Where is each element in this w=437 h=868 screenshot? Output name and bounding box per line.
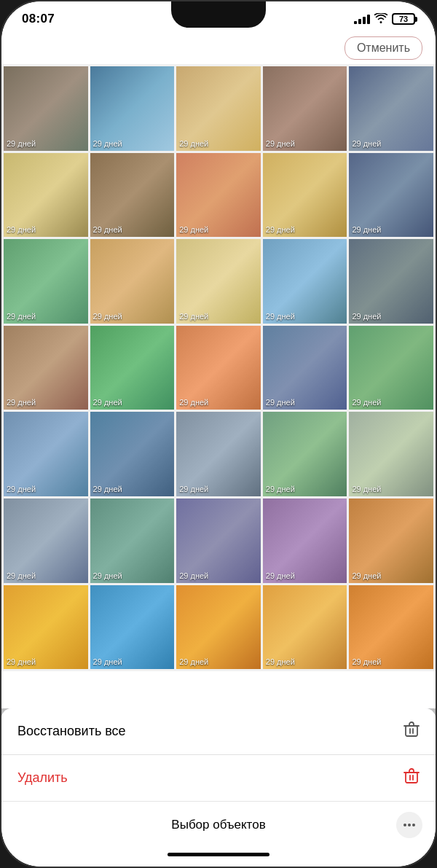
photo-item[interactable]: 29 дней (4, 326, 88, 410)
status-icons: 73 (354, 13, 415, 26)
photo-date-label: 29 дней (179, 398, 208, 407)
photo-date-label: 29 дней (179, 225, 208, 234)
photo-item[interactable]: 29 дней (4, 585, 88, 670)
header: Отменить (1, 31, 436, 64)
photo-date-label: 29 дней (93, 571, 122, 580)
photo-item[interactable]: 29 дней (4, 498, 88, 583)
photo-date-label: 29 дней (7, 485, 36, 493)
action-sheet: Восстановить все Удалить (1, 708, 436, 801)
photo-item[interactable]: 29 дней (4, 239, 88, 324)
delete-label: Удалить (17, 770, 68, 786)
photo-item[interactable]: 29 дней (90, 153, 175, 238)
svg-rect-1 (406, 773, 417, 783)
photo-item[interactable]: 29 дней (349, 66, 433, 151)
battery-icon: 73 (392, 13, 415, 25)
photo-item[interactable]: 29 дней (349, 498, 433, 583)
photo-item[interactable]: 29 дней (263, 585, 347, 670)
photo-date-label: 29 дней (352, 657, 381, 666)
svg-point-2 (403, 824, 406, 826)
photo-date-label: 29 дней (266, 657, 295, 666)
photo-item[interactable]: 29 дней (349, 239, 433, 324)
photo-item[interactable]: 29 дней (176, 239, 261, 324)
photo-date-label: 29 дней (7, 312, 36, 321)
photo-date-label: 29 дней (266, 139, 295, 148)
photo-item[interactable]: 29 дней (176, 498, 261, 583)
photo-item[interactable]: 29 дней (263, 66, 347, 151)
photo-date-label: 29 дней (352, 312, 381, 321)
photo-date-label: 29 дней (7, 571, 36, 580)
photo-item[interactable]: 29 дней (349, 412, 433, 496)
photo-item[interactable]: 29 дней (176, 153, 261, 238)
photo-date-label: 29 дней (352, 571, 381, 580)
photo-date-label: 29 дней (7, 225, 36, 234)
signal-icon (354, 14, 370, 24)
restore-label: Восстановить все (17, 724, 126, 739)
photo-date-label: 29 дней (179, 657, 208, 666)
photo-item[interactable]: 29 дней (176, 326, 261, 410)
photo-date-label: 29 дней (266, 571, 295, 580)
photo-item[interactable]: 29 дней (90, 498, 175, 583)
photo-item[interactable]: 29 дней (4, 66, 88, 151)
home-bar (168, 853, 269, 856)
photo-item[interactable]: 29 дней (263, 326, 347, 410)
photo-date-label: 29 дней (7, 398, 36, 407)
photo-item[interactable]: 29 дней (263, 239, 347, 324)
photo-date-label: 29 дней (7, 657, 36, 666)
restore-icon (403, 722, 420, 741)
delete-icon (403, 768, 420, 788)
photo-item[interactable]: 29 дней (90, 585, 175, 670)
svg-rect-0 (406, 726, 417, 736)
photo-date-label: 29 дней (266, 398, 295, 407)
wifi-icon (374, 13, 387, 26)
cancel-button[interactable]: Отменить (345, 36, 422, 60)
photo-item[interactable]: 29 дней (263, 412, 347, 496)
phone-frame: 08:07 73 (0, 0, 437, 868)
photo-date-label: 29 дней (352, 398, 381, 407)
photo-item[interactable]: 29 дней (90, 239, 175, 324)
photo-item[interactable]: 29 дней (349, 585, 433, 670)
photo-date-label: 29 дней (7, 139, 36, 148)
notch (171, 1, 266, 28)
svg-point-3 (408, 824, 411, 826)
photo-date-label: 29 дней (179, 139, 208, 148)
photo-item[interactable]: 29 дней (4, 412, 88, 496)
photo-date-label: 29 дней (266, 312, 295, 321)
photo-date-label: 29 дней (179, 485, 208, 493)
bottom-bar-more-button[interactable] (396, 812, 422, 838)
photo-date-label: 29 дней (93, 139, 122, 148)
photo-item[interactable]: 29 дней (90, 326, 175, 410)
photo-date-label: 29 дней (352, 139, 381, 148)
photo-date-label: 29 дней (93, 312, 122, 321)
photo-date-label: 29 дней (93, 225, 122, 234)
photo-item[interactable]: 29 дней (4, 153, 88, 238)
svg-point-4 (412, 824, 415, 826)
photo-date-label: 29 дней (93, 485, 122, 493)
photo-grid: 29 дней29 дней29 дней29 дней29 дней29 дн… (1, 64, 436, 671)
phone-screen: 08:07 73 (1, 1, 436, 867)
action-sheet-overlay: Восстановить все Удалить (1, 708, 436, 801)
delete-row[interactable]: Удалить (1, 754, 436, 801)
restore-row[interactable]: Восстановить все (1, 708, 436, 754)
photo-date-label: 29 дней (93, 398, 122, 407)
photo-date-label: 29 дней (352, 225, 381, 234)
photo-item[interactable]: 29 дней (349, 326, 433, 410)
photo-item[interactable]: 29 дней (90, 412, 175, 496)
bottom-bar-title: Выбор объектов (41, 818, 396, 832)
photo-grid-container: 29 дней29 дней29 дней29 дней29 дней29 дн… (1, 64, 436, 801)
photo-date-label: 29 дней (266, 485, 295, 493)
photo-date-label: 29 дней (179, 312, 208, 321)
photo-item[interactable]: 29 дней (176, 585, 261, 670)
photo-date-label: 29 дней (352, 485, 381, 493)
photo-date-label: 29 дней (179, 571, 208, 580)
status-time: 08:07 (22, 12, 55, 26)
bottom-bar: Выбор объектов (1, 801, 436, 847)
photo-item[interactable]: 29 дней (176, 66, 261, 151)
home-indicator (1, 847, 436, 867)
photo-date-label: 29 дней (93, 657, 122, 666)
photo-item[interactable]: 29 дней (90, 66, 175, 151)
photo-item[interactable]: 29 дней (263, 498, 347, 583)
photo-item[interactable]: 29 дней (263, 153, 347, 238)
photo-date-label: 29 дней (266, 225, 295, 234)
photo-item[interactable]: 29 дней (176, 412, 261, 496)
photo-item[interactable]: 29 дней (349, 153, 433, 238)
